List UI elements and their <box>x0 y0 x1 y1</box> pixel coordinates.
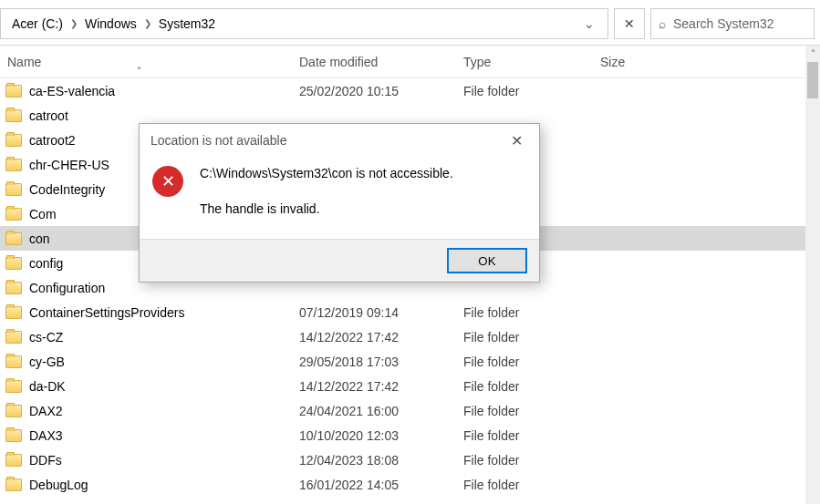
cell-name: DAX2 <box>0 404 292 418</box>
file-name: catroot <box>29 108 68 123</box>
search-input[interactable] <box>673 16 820 31</box>
cell-name: DAX3 <box>0 428 292 443</box>
file-name: chr-CHER-US <box>29 158 109 172</box>
folder-icon <box>5 405 22 417</box>
cell-date: 14/12/2022 17:42 <box>292 379 456 394</box>
breadcrumb-seg-drive[interactable]: Acer (C:) <box>10 16 65 31</box>
dialog-title: Location is not available <box>151 133 286 148</box>
file-name: catroot2 <box>29 133 76 148</box>
cell-date: 25/02/2020 10:15 <box>292 84 456 98</box>
cell-date: 07/12/2019 09:14 <box>292 305 456 320</box>
folder-icon <box>5 306 22 319</box>
cell-type: File folder <box>456 305 593 320</box>
cell-type: File folder <box>456 379 593 394</box>
breadcrumb-seg-windows[interactable]: Windows <box>83 16 139 31</box>
breadcrumb-seg-system32[interactable]: System32 <box>157 16 217 31</box>
cell-type: File folder <box>456 404 593 418</box>
sort-asc-icon: ˄ <box>137 66 141 76</box>
error-dialog: Location is not available ✕ ✕ C:\Windows… <box>139 123 540 283</box>
close-button[interactable]: ✕ <box>614 8 645 39</box>
folder-icon <box>5 257 22 270</box>
table-row[interactable]: DDFs12/04/2023 18:08File folder <box>0 447 820 472</box>
file-name: CodeIntegrity <box>29 182 105 197</box>
address-bar-row: Acer (C:) ❯ Windows ❯ System32 ⌄ ✕ ⌕ <box>0 0 820 46</box>
chevron-right-icon: ❯ <box>70 18 78 28</box>
table-row[interactable]: DAX310/10/2020 12:03File folder <box>0 423 820 447</box>
dialog-title-bar: Location is not available ✕ <box>140 124 539 157</box>
breadcrumb[interactable]: Acer (C:) ❯ Windows ❯ System32 ⌄ <box>0 8 608 39</box>
folder-icon <box>5 134 22 147</box>
file-name: con <box>29 231 50 246</box>
table-row[interactable]: cs-CZ14/12/2022 17:42File folder <box>0 324 820 349</box>
folder-icon <box>5 159 22 171</box>
file-name: Configuration <box>29 281 105 295</box>
col-header-type[interactable]: Type <box>456 55 593 69</box>
cell-type: File folder <box>456 478 593 492</box>
folder-icon <box>5 355 22 368</box>
cell-name: cy-GB <box>0 355 292 369</box>
folder-icon <box>5 478 22 491</box>
cell-date: 16/01/2022 14:05 <box>292 478 456 492</box>
cell-date: 10/10/2020 12:03 <box>292 428 456 443</box>
scroll-up-icon[interactable]: ˄ <box>805 46 820 60</box>
vertical-scrollbar[interactable]: ˄ <box>805 46 820 504</box>
cell-type: File folder <box>456 330 593 345</box>
cell-date: 12/04/2023 18:08 <box>292 453 456 468</box>
cell-type: File folder <box>456 355 593 369</box>
dialog-message: C:\Windows\System32\con is not accessibl… <box>200 164 453 219</box>
col-header-name[interactable]: Name ˄ <box>0 55 292 69</box>
dialog-body: ✕ C:\Windows\System32\con is not accessi… <box>140 157 539 239</box>
col-header-size[interactable]: Size <box>593 55 730 69</box>
ok-button[interactable]: OK <box>448 249 526 273</box>
cell-name: ca-ES-valencia <box>0 84 292 98</box>
folder-icon <box>5 380 22 393</box>
search-icon: ⌕ <box>659 16 666 31</box>
file-name: Com <box>29 207 57 221</box>
breadcrumb-dropdown-icon[interactable]: ⌄ <box>580 16 598 31</box>
file-name: DAX2 <box>29 404 63 418</box>
table-row[interactable]: DAX224/04/2021 16:00File folder <box>0 398 820 423</box>
cell-name: catroot <box>0 108 292 123</box>
folder-icon <box>5 85 22 98</box>
folder-icon <box>5 208 22 221</box>
error-icon: ✕ <box>152 166 183 197</box>
table-row[interactable]: ContainerSettingsProviders07/12/2019 09:… <box>0 300 820 324</box>
folder-icon <box>5 109 22 122</box>
file-name: da-DK <box>29 379 66 394</box>
dialog-line2: The handle is invalid. <box>200 200 453 219</box>
dialog-footer: OK <box>140 239 539 282</box>
scroll-thumb[interactable] <box>807 62 818 98</box>
folder-icon <box>5 454 22 467</box>
cell-date: 14/12/2022 17:42 <box>292 330 456 345</box>
cell-date: 29/05/2018 17:03 <box>292 355 456 369</box>
cell-name: cs-CZ <box>0 330 292 345</box>
cell-name: ContainerSettingsProviders <box>0 305 292 320</box>
col-header-date[interactable]: Date modified <box>292 55 456 69</box>
folder-icon <box>5 282 22 294</box>
dialog-close-button[interactable]: ✕ <box>505 132 528 149</box>
file-name: DAX3 <box>29 428 63 443</box>
cell-type: File folder <box>456 428 593 443</box>
cell-name: DebugLog <box>0 478 292 492</box>
folder-icon <box>5 429 22 442</box>
cell-date: 24/04/2021 16:00 <box>292 404 456 418</box>
col-header-name-label: Name <box>7 55 41 69</box>
table-row[interactable]: cy-GB29/05/2018 17:03File folder <box>0 349 820 374</box>
dialog-line1: C:\Windows\System32\con is not accessibl… <box>200 164 453 183</box>
cell-name: DDFs <box>0 453 292 468</box>
file-name: cy-GB <box>29 355 65 369</box>
cell-type: File folder <box>456 84 593 98</box>
folder-icon <box>5 232 22 245</box>
file-name: DDFs <box>29 453 62 468</box>
cell-name: da-DK <box>0 379 292 394</box>
file-name: ContainerSettingsProviders <box>29 305 184 320</box>
column-headers: Name ˄ Date modified Type Size <box>0 46 820 78</box>
table-row[interactable]: DebugLog16/01/2022 14:05File folder <box>0 472 820 497</box>
file-name: DebugLog <box>29 478 88 492</box>
file-name: config <box>29 256 63 271</box>
cell-type: File folder <box>456 453 593 468</box>
search-box[interactable]: ⌕ <box>650 8 815 39</box>
table-row[interactable]: ca-ES-valencia25/02/2020 10:15File folde… <box>0 78 820 103</box>
table-row[interactable]: da-DK14/12/2022 17:42File folder <box>0 374 820 398</box>
file-name: ca-ES-valencia <box>29 84 115 98</box>
